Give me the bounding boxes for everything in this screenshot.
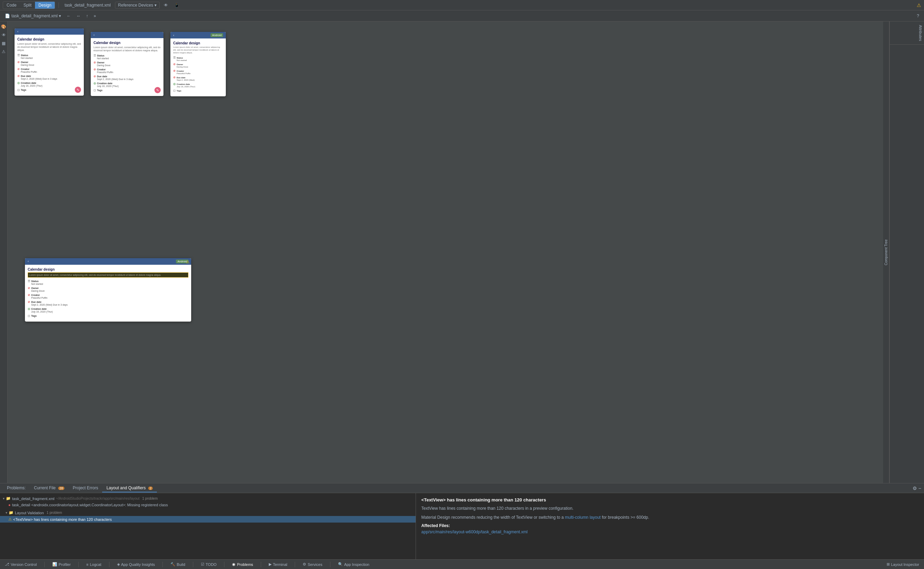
settings-icon[interactable]: ⚙: [913, 485, 917, 491]
profiler-btn[interactable]: 📊 Profiler: [50, 561, 73, 567]
status-divider-4: [162, 562, 163, 567]
collapse-icon[interactable]: −: [918, 485, 921, 491]
reference-devices-button[interactable]: Reference Devices ▾: [115, 2, 160, 9]
toolbar-divider1: [59, 2, 59, 8]
file-path: ~/AndroidStudioProjects/trackr/app/src/m…: [56, 497, 140, 501]
p4-creation: ◎ Creation date July 16, 2020 (Thur): [28, 307, 188, 313]
preview-header-2: ‹: [91, 32, 164, 38]
eye-tool-icon: 👁: [2, 33, 6, 37]
problems-tabs: Problems: Current File 28 Project Errors…: [0, 484, 924, 493]
p3-due-icon: ⊘: [173, 76, 176, 79]
terminal-btn[interactable]: ▶ Terminal: [267, 561, 290, 567]
problem-group-header-file[interactable]: ▾ 📁 task_detail_fragment.xml ~/AndroidSt…: [0, 495, 416, 502]
status-divider-5: [193, 562, 193, 567]
device-icon[interactable]: 📱: [172, 2, 182, 8]
preview-desc-2: Lorem ipsum dolor sit amet, consectetur …: [94, 46, 161, 52]
arrow-up-icon[interactable]: ↑: [84, 13, 90, 19]
services-btn[interactable]: ⚙ Services: [300, 561, 324, 567]
layout-validation-count: 1 problem: [47, 511, 62, 514]
preview-body-2: Calendar design Lorem ipsum dolor sit am…: [91, 38, 164, 96]
todo-btn[interactable]: ☑ TODO: [199, 561, 219, 567]
status-divider-6: [224, 562, 225, 567]
bottom-panel: Problems: Current File 28 Project Errors…: [0, 483, 924, 559]
preview-header-1: ‹: [15, 29, 84, 35]
design-canvas: ‹ Calendar design Lorem ipsum dolor sit …: [8, 21, 883, 483]
status-divider-1: [44, 562, 45, 567]
p2-due-icon: ⊘: [94, 75, 96, 78]
warn-icon-textview: ⚠: [8, 517, 12, 522]
problem-group-file: ▾ 📁 task_detail_fragment.xml ~/AndroidSt…: [0, 494, 416, 509]
owner-icon: ⊘: [17, 61, 20, 64]
tab-layout-qualifiers[interactable]: Layout and Qualifiers 2: [102, 484, 157, 492]
tab-current-file[interactable]: Current File 28: [30, 484, 68, 492]
eye-icon[interactable]: 👁: [162, 2, 170, 8]
problems-icon: ◉: [232, 562, 235, 567]
problem-item-textview[interactable]: ⚠ <TextView> has lines containing more t…: [0, 516, 416, 523]
component-tree-label: Component Tree: [884, 239, 888, 265]
preview-title-1: Calendar design: [17, 37, 81, 41]
file-tab[interactable]: task_detail_fragment.xml: [62, 3, 112, 8]
dropdown-arrow: ▾: [59, 14, 61, 18]
version-control-btn[interactable]: ⎇ Version Control: [3, 561, 39, 567]
p4-status-icon: ☰: [28, 280, 30, 283]
p4-owner-icon: ⊘: [28, 287, 30, 290]
p2-owner: ⊘ Owner Daring Dove: [94, 61, 161, 67]
app-inspection-btn[interactable]: 🔍 App Inspection: [336, 561, 372, 567]
build-btn[interactable]: 🔨 Build: [168, 561, 187, 567]
attributes-panel: Attributes: [889, 21, 924, 483]
design-tab[interactable]: Design: [35, 2, 55, 9]
error-icon-coordinator: ●: [8, 503, 11, 507]
folder-icon: 📁: [6, 496, 11, 501]
components-tool[interactable]: ▦: [1, 40, 7, 46]
layout-inspector-btn[interactable]: ⊞ Layout Inspector: [885, 561, 921, 567]
tab-project-errors[interactable]: Project Errors: [68, 484, 102, 492]
multi-column-link[interactable]: multi-column layout: [565, 515, 601, 520]
preview-header-4: ‹ Android: [25, 258, 191, 265]
todo-icon: ☑: [201, 562, 204, 567]
creator-value-1: Peaceful Puffin: [21, 71, 81, 73]
status-divider-3: [109, 562, 109, 567]
android-badge-3: Android: [211, 33, 223, 37]
eye-tool[interactable]: 👁: [1, 32, 7, 38]
detail-desc1: TextView has lines containing more than …: [422, 505, 918, 511]
app-inspection-icon: 🔍: [338, 562, 343, 567]
error-tool[interactable]: ⚠: [1, 49, 7, 55]
resize-icon[interactable]: ↔: [74, 13, 82, 19]
p2-status-icon: ☰: [94, 54, 96, 57]
arrow-left-icon[interactable]: ←: [64, 13, 73, 19]
problems-btn[interactable]: ◉ Problems: [230, 561, 255, 567]
back-arrow-1: ‹: [17, 30, 18, 33]
status-divider-8: [295, 562, 295, 567]
problems-label: Problems:: [3, 484, 30, 492]
preview-title-3: Calendar design: [173, 41, 223, 45]
split-tab[interactable]: Split: [20, 2, 35, 9]
p3-status: ☰ Status Not started: [173, 56, 223, 61]
affected-file-link[interactable]: app/src/main/res/layout-w600dp/task_deta…: [422, 529, 918, 534]
file-name-dropdown[interactable]: 📄 task_detail_fragment.xml ▾: [3, 13, 63, 19]
layout-validation-header[interactable]: ▾ 📁 Layout Validation 1 problem: [0, 510, 416, 516]
affected-label: Affected Files:: [422, 523, 918, 528]
file-group-name: task_detail_fragment.xml: [12, 497, 55, 501]
preview-title-2: Calendar design: [94, 41, 161, 45]
file-name-label: task_detail_fragment.xml: [11, 14, 58, 18]
expand-file-icon: ▾: [3, 497, 5, 501]
problem-item-coordinator[interactable]: ● task_detail <androidx.coordinatorlayou…: [0, 502, 416, 508]
preview-desc-4-warning: Lorem ipsum dolor sit amet, consectetur …: [28, 272, 188, 278]
status-value-1: Not started: [21, 57, 81, 59]
main-area: 🎨 👁 ▦ ⚠ ‹ Calendar design Lo: [0, 21, 924, 483]
detail-desc2: Material Design recommends reducing the …: [422, 514, 918, 520]
more-actions[interactable]: »: [91, 13, 98, 19]
app-quality-btn[interactable]: ◈ App Quality Insights: [115, 561, 157, 567]
problem-group-layout-validation: ▾ 📁 Layout Validation 1 problem ⚠ <TextV…: [0, 509, 416, 523]
help-icon[interactable]: ?: [915, 13, 921, 19]
p3-due: ⊘ Due date Sept 2, 2020 (Wed): [173, 76, 223, 81]
status-divider-9: [330, 562, 331, 567]
layout-validation-label: Layout Validation: [15, 511, 44, 515]
palette-tab[interactable]: 🎨: [1, 24, 7, 30]
back-arrow-3: ‹: [173, 33, 174, 37]
warning-icon: ⚠: [917, 2, 921, 8]
code-tab[interactable]: Code: [3, 2, 20, 9]
second-toolbar: 📄 task_detail_fragment.xml ▾ ← ↔ ↑ » ?: [0, 11, 924, 21]
logcat-btn[interactable]: ≡ Logcat: [84, 562, 103, 567]
component-tree-panel[interactable]: Component Tree: [883, 21, 889, 483]
